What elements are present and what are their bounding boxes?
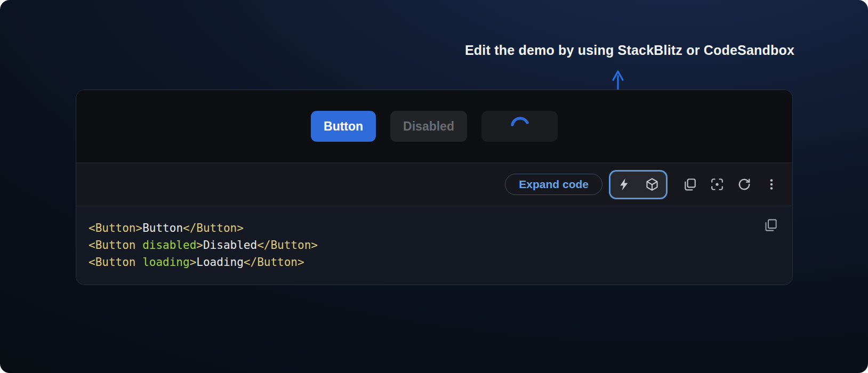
codesandbox-cube-icon[interactable]: [645, 177, 659, 191]
code-bracket: >: [190, 256, 197, 269]
code-content: Button: [142, 222, 183, 234]
code-tag-close: </Button>: [257, 239, 318, 252]
code-tag-close: </Button>: [183, 222, 244, 234]
stackblitz-lightning-icon[interactable]: [617, 177, 631, 191]
disabled-button[interactable]: Disabled: [390, 111, 467, 142]
more-vertical-icon[interactable]: [765, 177, 778, 191]
loading-spinner-icon: [509, 114, 530, 128]
loading-button[interactable]: [481, 111, 558, 142]
code-tag-close: </Button>: [244, 256, 304, 269]
code-bracket: >: [196, 239, 203, 252]
code-line: <Button loading>Loading</Button>: [89, 254, 777, 271]
sandbox-links-highlight-group: [609, 170, 668, 199]
code-attr: disabled: [136, 239, 197, 252]
demo-card: Button Disabled Expand code: [76, 90, 793, 285]
refresh-icon[interactable]: [737, 177, 751, 191]
code-attr: loading: [136, 256, 190, 269]
code-line: <Button>Button</Button>: [89, 220, 777, 237]
focus-view-icon[interactable]: [710, 177, 724, 191]
primary-button[interactable]: Button: [311, 111, 376, 142]
demo-preview-area: Button Disabled: [76, 90, 792, 163]
code-tag: <Button: [89, 222, 136, 234]
code-tag: <Button: [89, 239, 136, 252]
code-tag: <Button: [89, 256, 136, 269]
expand-code-button[interactable]: Expand code: [505, 174, 602, 195]
copy-code-icon[interactable]: [763, 218, 778, 232]
code-line: <Button disabled>Disabled</Button>: [89, 237, 777, 254]
copy-icon[interactable]: [683, 177, 697, 191]
code-block: <Button>Button</Button> <Button disabled…: [76, 206, 792, 285]
code-bracket: >: [136, 222, 143, 234]
code-content: Disabled: [203, 239, 257, 252]
annotation-heading: Edit the demo by using StackBlitz or Cod…: [465, 43, 794, 58]
code-content: Loading: [196, 256, 244, 269]
docs-demo-page: Edit the demo by using StackBlitz or Cod…: [0, 0, 868, 373]
demo-toolbar: Expand code: [76, 163, 792, 206]
